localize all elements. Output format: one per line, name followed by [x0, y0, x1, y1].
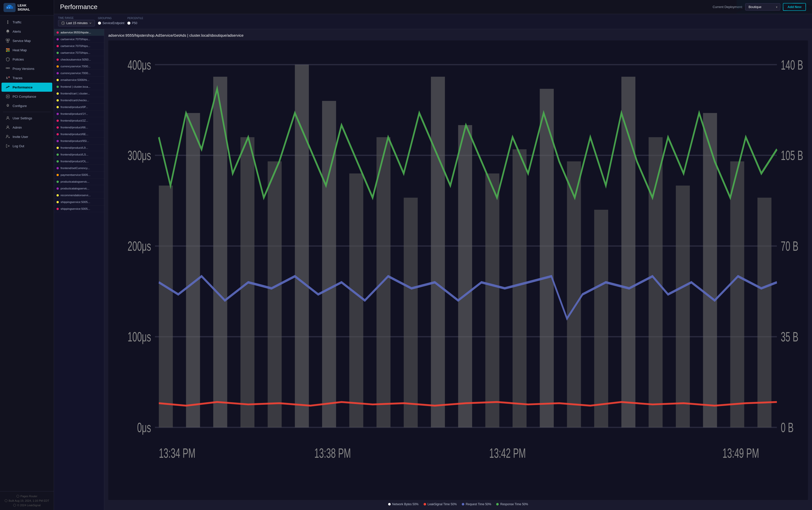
map-icon [5, 38, 10, 43]
deployment-select[interactable]: Boutique [745, 3, 780, 10]
service-list-item[interactable]: frontend/product/66... [54, 124, 104, 131]
svg-rect-2 [7, 7, 8, 8]
service-list-item[interactable]: frontend/cart | cluster... [54, 90, 104, 97]
service-name: frontend/product/6E... [61, 133, 88, 136]
nav-divider [3, 112, 51, 112]
service-list-item[interactable]: frontend/product/9Sl... [54, 138, 104, 144]
time-range-button[interactable]: Last 15 minutes [58, 20, 95, 26]
svg-rect-67 [594, 210, 608, 427]
sidebar-item-performance[interactable]: Performance [1, 83, 52, 92]
grouping-button[interactable]: ServiceEndpoint [98, 20, 124, 26]
service-list-item[interactable]: frontend/product/2Z... [54, 117, 104, 124]
service-list-item[interactable]: recommendationservi... [54, 192, 104, 199]
service-dot [57, 92, 59, 95]
service-list-item[interactable]: emailservice:5000/hi... [54, 77, 104, 83]
service-name: frontend/product/LS... [61, 153, 88, 156]
user-icon [5, 116, 10, 120]
service-dot [57, 160, 59, 163]
service-list-item[interactable]: frontend/product/OL... [54, 158, 104, 165]
svg-rect-73 [757, 198, 772, 428]
service-list-item[interactable]: currencyservice:7000... [54, 63, 104, 70]
clock-icon [61, 21, 65, 25]
service-name: frontend/cart/checko... [61, 99, 89, 102]
sidebar-item-heat-map[interactable]: Heat Map [1, 46, 52, 55]
service-list-item[interactable]: paymentservice:5005... [54, 172, 104, 178]
service-list-item[interactable]: cartservice:7070/hips... [54, 43, 104, 50]
svg-rect-70 [676, 186, 690, 428]
sidebar-item-service-map[interactable]: Service Map [1, 36, 52, 45]
service-dot [57, 65, 59, 67]
service-list-item[interactable]: adservice:9555/hipste... [54, 29, 104, 36]
svg-rect-55 [267, 161, 282, 427]
service-list-item[interactable]: productcatalogservic... [54, 178, 104, 185]
grouping-label: Grouping [98, 17, 124, 20]
sidebar-item-alerts[interactable]: Alerts [1, 27, 52, 36]
service-list-item[interactable]: frontend/setCurrency... [54, 165, 104, 172]
service-name: currencyservice:7000... [61, 65, 90, 68]
svg-text:70 B: 70 B [781, 239, 799, 254]
service-list-item[interactable]: checkoutservice:5050... [54, 56, 104, 63]
service-name: currencyservice:7000... [61, 72, 90, 75]
service-dot [57, 59, 59, 61]
service-dot [57, 120, 59, 122]
service-list-item[interactable]: frontend/cart/checko... [54, 97, 104, 104]
service-list-item[interactable]: frontend/product/6E... [54, 131, 104, 138]
sidebar-item-configure[interactable]: Configure [1, 101, 52, 110]
sidebar-item-user-settings[interactable]: User Settings [1, 114, 52, 122]
service-name: paymentservice:5005... [61, 173, 90, 176]
svg-text:100μs: 100μs [127, 330, 151, 344]
service-list-item[interactable]: productcatalogservic... [54, 185, 104, 192]
svg-text:13:38 PM: 13:38 PM [314, 446, 351, 460]
svg-rect-64 [513, 149, 527, 427]
sidebar-item-policies[interactable]: Policies [1, 55, 52, 64]
service-list-item[interactable]: currencyservice:7000... [54, 70, 104, 77]
svg-rect-16 [7, 50, 8, 51]
svg-point-33 [13, 504, 16, 507]
service-name: frontend/product/9Sl... [61, 139, 89, 142]
svg-rect-51 [159, 186, 173, 428]
service-dot [57, 86, 59, 88]
service-dot [57, 140, 59, 142]
svg-rect-69 [649, 137, 663, 427]
service-dot [57, 45, 59, 47]
service-list-item[interactable]: frontend/product/1Y... [54, 111, 104, 117]
svg-rect-68 [621, 77, 635, 427]
service-name: frontend/product/0P... [61, 106, 88, 109]
svg-text:35 B: 35 B [781, 330, 799, 344]
trace-icon [5, 76, 10, 80]
service-list-item[interactable]: shippingservice:5005... [54, 199, 104, 205]
sidebar-item-admin[interactable]: Admin [1, 123, 52, 132]
svg-text:13:42 PM: 13:42 PM [489, 446, 526, 460]
footer-build: Built Aug 19, 2024, 1:16 PM EDT [0, 499, 54, 503]
grouping-control: Grouping ServiceEndpoint [98, 17, 124, 26]
sidebar-item-pci-compliance[interactable]: PCI Compliance [1, 92, 52, 101]
add-new-button[interactable]: Add New [783, 3, 806, 11]
sidebar-item-traces[interactable]: Traces [1, 73, 52, 82]
sidebar-item-log-out[interactable]: Log Out [1, 141, 52, 150]
service-dot [57, 72, 59, 74]
service-list-item[interactable]: frontend/product/LS... [54, 151, 104, 158]
svg-text:400μs: 400μs [127, 58, 151, 72]
svg-rect-12 [6, 48, 7, 49]
service-list-item[interactable]: frontend/product/L9... [54, 144, 104, 151]
percentile-button[interactable]: P50 [127, 20, 143, 26]
logout-icon [5, 144, 10, 148]
svg-text:200μs: 200μs [127, 239, 151, 254]
svg-rect-61 [431, 77, 445, 427]
sidebar-item-proxy-versions[interactable]: Proxy Versions [1, 64, 52, 73]
service-dot [57, 79, 59, 81]
svg-point-31 [17, 495, 19, 498]
service-list-item[interactable]: shippingservice:5005... [54, 205, 104, 212]
sidebar-item-traffic[interactable]: Traffic [1, 18, 52, 27]
service-name: frontend/product/1Y... [61, 112, 88, 115]
service-list-item[interactable]: cartservice:7070/hips... [54, 50, 104, 56]
configure-icon [5, 104, 10, 108]
service-name: shippingservice:5005... [61, 207, 90, 210]
main-body: Time Range Last 15 minutes Grouping Serv… [54, 14, 812, 510]
service-list-item[interactable]: cartservice:7070/hips... [54, 36, 104, 43]
svg-rect-60 [404, 198, 418, 428]
service-list-item[interactable]: frontend/product/0P... [54, 104, 104, 111]
service-list-item[interactable]: frontend | cluster.loca... [54, 83, 104, 90]
sidebar-item-invite-user[interactable]: Invite User [1, 132, 52, 141]
svg-text:105 B: 105 B [781, 148, 803, 163]
